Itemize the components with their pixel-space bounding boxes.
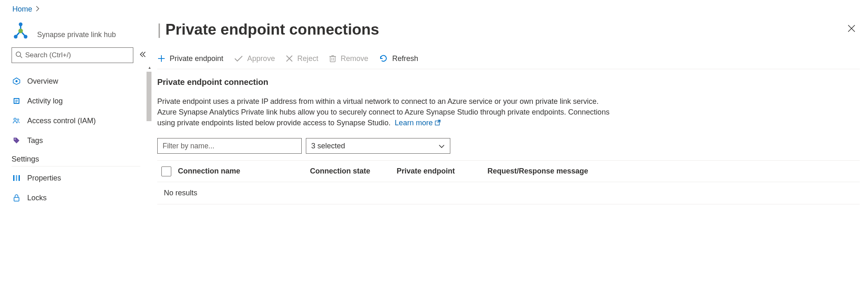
search-icon (15, 51, 23, 60)
svg-point-17 (14, 138, 16, 140)
svg-rect-20 (19, 175, 20, 181)
close-button[interactable] (847, 24, 860, 35)
tags-icon (12, 136, 21, 145)
svg-rect-21 (14, 197, 19, 201)
dropdown-value: 3 selected (311, 142, 345, 150)
sidebar-item-tags[interactable]: Tags (12, 131, 147, 150)
sidebar-item-label: Activity log (27, 97, 63, 105)
sidebar-item-label: Tags (27, 136, 43, 145)
toolbar-label: Private endpoint (170, 54, 223, 63)
add-private-endpoint-button[interactable]: Private endpoint (157, 54, 223, 63)
plus-icon (157, 54, 166, 63)
properties-icon (12, 174, 21, 182)
toolbar-label: Remove (341, 54, 368, 63)
select-all-checkbox[interactable] (161, 166, 171, 176)
chevron-down-icon (438, 142, 445, 150)
reject-button: Reject (286, 54, 318, 63)
svg-point-15 (14, 118, 16, 120)
x-icon (286, 55, 293, 62)
svg-line-8 (20, 56, 22, 58)
column-private-endpoint[interactable]: Private endpoint (397, 167, 487, 176)
svg-point-3 (19, 23, 23, 26)
svg-point-7 (16, 52, 21, 56)
sidebar-search-input[interactable] (25, 51, 130, 59)
trash-icon (329, 54, 336, 63)
svg-point-6 (19, 29, 23, 33)
filter-by-name-input[interactable] (157, 138, 302, 154)
people-icon (12, 117, 21, 125)
svg-point-9 (16, 80, 18, 82)
sidebar-item-properties[interactable]: Properties (12, 168, 147, 188)
svg-rect-18 (13, 175, 14, 181)
svg-point-4 (14, 35, 18, 39)
breadcrumb-home[interactable]: Home (12, 5, 32, 14)
table-header: Connection name Connection state Private… (157, 161, 860, 182)
section-title: Private endpoint connection (157, 77, 860, 87)
sidebar-item-label: Access control (IAM) (27, 117, 96, 125)
private-link-hub-icon (12, 22, 30, 40)
sidebar-item-activity-log[interactable]: Activity log (12, 91, 147, 111)
sidebar-section-settings: Settings (12, 155, 140, 166)
refresh-button[interactable]: Refresh (379, 54, 418, 63)
description-text: Private endpoint uses a private IP addre… (157, 96, 620, 128)
refresh-icon (379, 54, 388, 63)
toolbar-label: Reject (297, 54, 318, 63)
sidebar-search[interactable] (12, 47, 133, 63)
overview-icon (12, 77, 21, 85)
column-connection-state[interactable]: Connection state (310, 167, 397, 176)
no-results-text: No results (157, 182, 860, 204)
checkmark-icon (234, 55, 243, 62)
breadcrumb: Home (0, 0, 868, 20)
connections-table: Connection name Connection state Private… (157, 160, 860, 204)
lock-icon (12, 194, 21, 202)
svg-rect-28 (330, 56, 335, 62)
state-filter-dropdown[interactable]: 3 selected (306, 138, 450, 154)
main-content: | Private endpoint connections Private e… (147, 20, 868, 300)
learn-more-link[interactable]: Learn more (395, 119, 441, 127)
svg-point-5 (24, 35, 28, 39)
sidebar-item-label: Properties (27, 174, 61, 183)
toolbar-label: Approve (247, 54, 275, 63)
svg-rect-19 (16, 175, 17, 181)
sidebar-item-overview[interactable]: Overview (12, 71, 147, 91)
column-connection-name[interactable]: Connection name (178, 167, 310, 176)
page-title: | Private endpoint connections (157, 21, 379, 38)
svg-point-16 (17, 119, 19, 120)
sidebar-item-label: Overview (27, 77, 58, 86)
sidebar-item-label: Locks (27, 194, 47, 202)
chevron-right-icon (35, 5, 40, 14)
sidebar-item-iam[interactable]: Access control (IAM) (12, 111, 147, 131)
approve-button: Approve (234, 54, 275, 63)
collapse-sidebar-button[interactable] (139, 51, 147, 59)
sidebar: Synapse private link hub ▲ (0, 20, 147, 300)
resource-type-label: Synapse private link hub (37, 30, 116, 40)
activity-log-icon (12, 97, 21, 105)
sidebar-item-locks[interactable]: Locks (12, 188, 147, 208)
column-message[interactable]: Request/Response message (487, 167, 860, 176)
remove-button: Remove (329, 54, 368, 63)
toolbar-label: Refresh (392, 54, 418, 63)
command-bar: Private endpoint Approve Reject (157, 54, 860, 69)
